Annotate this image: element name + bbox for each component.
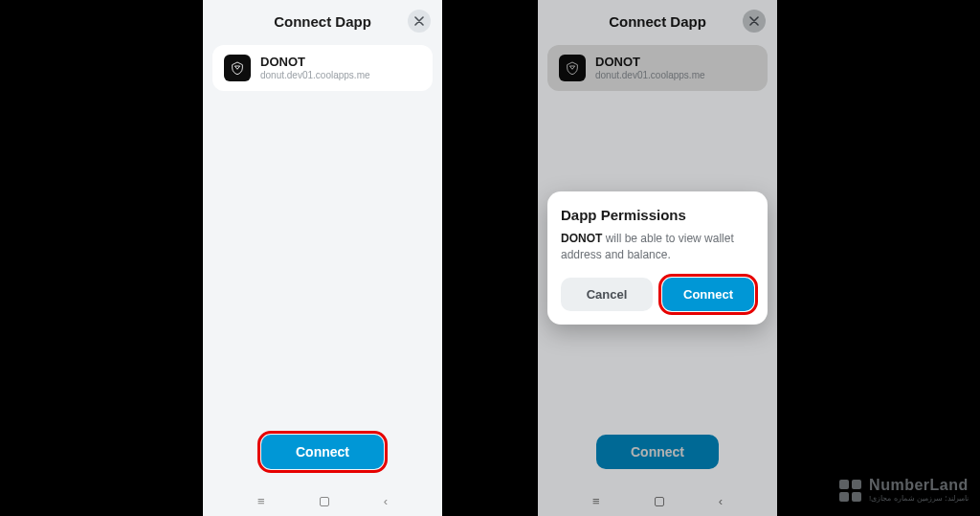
permissions-dialog: Dapp Permissions DONOT will be able to v… xyxy=(547,191,768,325)
nav-home-icon[interactable] xyxy=(320,497,329,506)
phones-container: Connect Dapp DONOT donut.dev01.coolapps.… xyxy=(203,0,777,516)
dapp-name: DONOT xyxy=(260,55,370,70)
dapp-app-icon xyxy=(224,55,251,81)
permissions-overlay: Dapp Permissions DONOT will be able to v… xyxy=(538,0,777,516)
close-button[interactable] xyxy=(408,10,431,33)
header-title: Connect Dapp xyxy=(274,13,371,30)
watermark: NumberLand نامبرلند؛ سرزمین شماره مجازی! xyxy=(839,478,969,503)
dapp-card[interactable]: DONOT donut.dev01.coolapps.me xyxy=(212,45,433,91)
dapp-text: DONOT donut.dev01.coolapps.me xyxy=(260,55,370,81)
spacer xyxy=(203,91,442,435)
watermark-sub: نامبرلند؛ سرزمین شماره مجازی! xyxy=(869,495,969,503)
cancel-button[interactable]: Cancel xyxy=(561,278,653,311)
permissions-description: DONOT will be able to view wallet addres… xyxy=(561,231,754,263)
dapp-domain: donut.dev01.coolapps.me xyxy=(260,70,370,81)
nav-recents-icon[interactable]: ≡ xyxy=(257,494,265,508)
watermark-text: NumberLand نامبرلند؛ سرزمین شماره مجازی! xyxy=(869,478,969,503)
shield-triangle-icon xyxy=(230,60,245,76)
phone-right: Connect Dapp DONOT donut.dev01.coolapps.… xyxy=(538,0,777,516)
permissions-buttons: Cancel Connect xyxy=(561,278,754,311)
phone-left: Connect Dapp DONOT donut.dev01.coolapps.… xyxy=(203,0,442,516)
connect-wrap: Connect xyxy=(203,435,442,484)
close-icon xyxy=(414,16,424,26)
connect-button[interactable]: Connect xyxy=(261,435,384,469)
header: Connect Dapp xyxy=(203,0,442,41)
system-nav-bar: ≡ ‹ xyxy=(203,484,442,516)
watermark-logo-icon xyxy=(839,480,861,502)
permissions-connect-button[interactable]: Connect xyxy=(662,278,754,311)
nav-back-icon[interactable]: ‹ xyxy=(384,494,388,508)
watermark-brand: NumberLand xyxy=(869,478,969,493)
permissions-title: Dapp Permissions xyxy=(561,207,754,223)
permissions-app-name: DONOT xyxy=(561,232,602,245)
